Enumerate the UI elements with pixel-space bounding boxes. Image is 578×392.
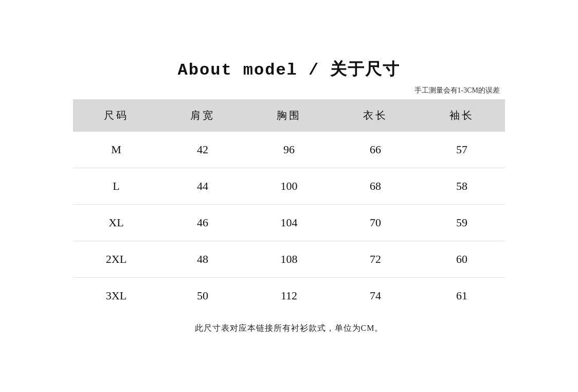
table-cell: XL [73, 205, 159, 241]
table-row: XL461047059 [73, 205, 505, 241]
column-header: 衣长 [332, 99, 419, 132]
column-header: 尺码 [73, 99, 159, 132]
table-cell: 2XL [73, 241, 159, 278]
table-cell: 3XL [73, 278, 159, 314]
column-header: 袖长 [419, 99, 505, 132]
table-row: L441006858 [73, 168, 505, 205]
table-cell: 57 [419, 132, 505, 168]
table-cell: 72 [332, 241, 419, 278]
table-row: M42966657 [73, 132, 505, 168]
table-cell: 100 [246, 168, 332, 205]
table-cell: M [73, 132, 159, 168]
table-cell: 59 [419, 205, 505, 241]
table-cell: 44 [159, 168, 246, 205]
table-cell: 70 [332, 205, 419, 241]
footer-note: 此尺寸表对应本链接所有衬衫款式，单位为CM。 [73, 323, 505, 334]
table-cell: 108 [246, 241, 332, 278]
table-cell: 42 [159, 132, 246, 168]
column-header: 肩宽 [159, 99, 246, 132]
table-row: 3XL501127461 [73, 278, 505, 314]
table-cell: 66 [332, 132, 419, 168]
header-row: 尺码肩宽胸围衣长袖长 [73, 99, 505, 132]
size-table: 尺码肩宽胸围衣长袖长 M42966657L441006858XL46104705… [73, 99, 505, 314]
table-cell: L [73, 168, 159, 205]
table-cell: 48 [159, 241, 246, 278]
table-cell: 112 [246, 278, 332, 314]
table-row: 2XL481087260 [73, 241, 505, 278]
table-cell: 74 [332, 278, 419, 314]
table-cell: 68 [332, 168, 419, 205]
table-cell: 104 [246, 205, 332, 241]
measurement-note: 手工测量会有1-3CM的误差 [73, 86, 505, 95]
table-body: M42966657L441006858XL4610470592XL4810872… [73, 132, 505, 314]
table-cell: 61 [419, 278, 505, 314]
table-cell: 96 [246, 132, 332, 168]
table-cell: 46 [159, 205, 246, 241]
table-cell: 58 [419, 168, 505, 205]
main-container: About model / 关于尺寸 手工测量会有1-3CM的误差 尺码肩宽胸围… [58, 48, 520, 344]
table-header: 尺码肩宽胸围衣长袖长 [73, 99, 505, 132]
table-cell: 50 [159, 278, 246, 314]
table-cell: 60 [419, 241, 505, 278]
page-title: About model / 关于尺寸 [73, 58, 505, 81]
column-header: 胸围 [246, 99, 332, 132]
